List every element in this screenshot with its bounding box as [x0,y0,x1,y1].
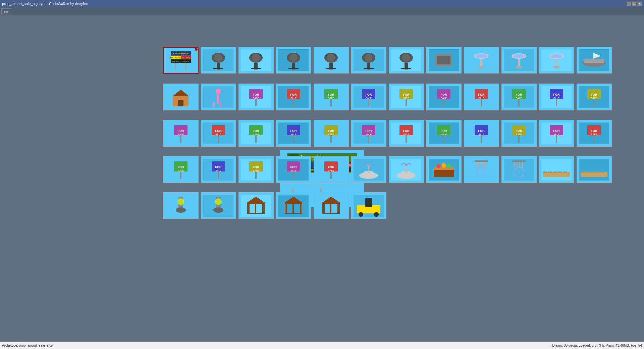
svg-rect-250 [579,159,609,181]
svg-point-264 [215,198,222,205]
image-thumbnail [351,156,386,183]
svg-point-47 [475,54,487,58]
svg-rect-282 [330,204,331,213]
image-thumbnail [201,192,236,219]
svg-rect-103 [443,99,444,106]
cw-minimize[interactable]: ─ [627,1,631,6]
svg-rect-73 [220,102,221,107]
cw-close[interactable]: ✕ [637,1,642,6]
svg-rect-254 [591,171,595,173]
svg-rect-20 [251,68,261,69]
image-thumbnail: FOR SALE [276,156,311,183]
svg-rect-274 [286,204,287,213]
svg-text:FOR: FOR [366,129,372,133]
svg-rect-217 [406,165,407,173]
image-thumbnail: FOR SALE [426,120,462,147]
svg-point-286 [374,212,379,217]
image-thumbnail [577,47,612,73]
image-thumbnail [464,47,499,73]
image-thumbnail: FOR SALE [238,156,274,183]
cw-maximize[interactable]: □ [632,1,637,6]
svg-text:AIRCRAFT STORAGE: AIRCRAFT STORAGE [172,60,190,62]
svg-rect-287 [365,198,372,207]
svg-rect-243 [541,159,572,181]
image-thumbnail [314,47,349,73]
preview-panel: Предварительный просмотр ▼ prop_airport_… [0,207,161,342]
svg-rect-123 [593,99,595,106]
svg-rect-249 [563,171,567,173]
image-thumbnail: FOR SALE [426,84,462,110]
svg-rect-270 [255,204,256,213]
svg-rect-128 [180,135,181,143]
preview-content: prop_airport_sale_sign.ydr - CodeWalker … [0,216,161,342]
svg-rect-208 [330,171,332,179]
image-thumbnail: FOR SALE [201,156,236,183]
svg-text:FOR: FOR [328,93,334,96]
svg-text:SALE: SALE [553,133,559,136]
svg-rect-168 [481,135,482,143]
svg-rect-269 [262,204,264,213]
svg-rect-268 [248,204,250,213]
svg-rect-138 [255,135,257,143]
svg-text:SALE: SALE [591,97,597,99]
svg-rect-11 [185,63,186,70]
svg-text:FOR: FOR [215,165,222,169]
svg-text:FOR: FOR [290,165,297,169]
svg-point-31 [327,54,335,62]
image-thumbnail [314,192,349,219]
svg-rect-10 [175,63,176,70]
svg-text:SALE: SALE [478,133,484,136]
image-thumbnail [163,192,199,219]
svg-text:FOR: FOR [478,129,485,133]
svg-rect-246 [548,171,552,173]
svg-rect-40 [401,68,411,69]
svg-text:SALE: SALE [328,97,334,99]
svg-rect-163 [443,135,444,143]
svg-rect-148 [330,135,332,143]
svg-rect-93 [368,99,369,106]
image-thumbnail: FOR SALE [163,156,199,183]
cw-play-button[interactable]: ▶▶ [1,8,11,14]
image-thumbnail [276,192,311,219]
svg-rect-158 [406,135,407,143]
svg-text:FOR: FOR [290,129,297,133]
image-thumbnail [238,47,274,73]
svg-text:FOR: FOR [516,93,522,96]
svg-text:SALE: SALE [215,133,221,136]
svg-text:FOR: FOR [178,129,184,133]
svg-rect-113 [518,99,520,106]
svg-rect-212 [368,165,369,173]
svg-text:SALE: SALE [178,169,184,172]
svg-rect-25 [288,68,299,69]
svg-point-59 [553,66,560,68]
svg-text:FOR: FOR [441,93,447,96]
svg-point-260 [177,198,184,205]
svg-text:SALE: SALE [290,97,297,99]
svg-rect-88 [330,99,332,106]
svg-rect-118 [556,99,557,106]
image-thumbnail [351,192,386,219]
codewalker-titlebar: prop_airport_sale_sign.ydr - CodeWalker … [0,0,644,7]
svg-text:SALE: SALE [403,133,409,136]
svg-text:SALE: SALE [366,133,372,136]
main-area: ▼ 📁 Gta 5 props Images ▼ 📁 props ▼ 📁 x64… [0,26,644,342]
image-thumbnail [238,192,274,219]
image-thumbnail [201,47,236,73]
svg-point-16 [214,54,222,62]
svg-point-223 [441,163,446,168]
image-thumbnail: FOR SALE [539,120,574,147]
svg-point-259 [176,207,186,213]
svg-text:SALE: SALE [253,97,259,99]
svg-rect-226 [475,160,488,162]
svg-text:SALE: SALE [366,97,372,99]
svg-text:SALE: SALE [215,169,221,172]
svg-text:FOR: FOR [328,129,334,133]
image-thumbnail [426,47,462,73]
svg-text:FOR: FOR [553,93,560,96]
svg-text:FOR: FOR [290,93,297,96]
svg-point-57 [550,54,562,58]
svg-text:SALE: SALE [516,97,522,99]
svg-text:FOR: FOR [328,165,334,169]
svg-text:FOR: FOR [441,129,447,133]
svg-point-54 [516,66,522,68]
